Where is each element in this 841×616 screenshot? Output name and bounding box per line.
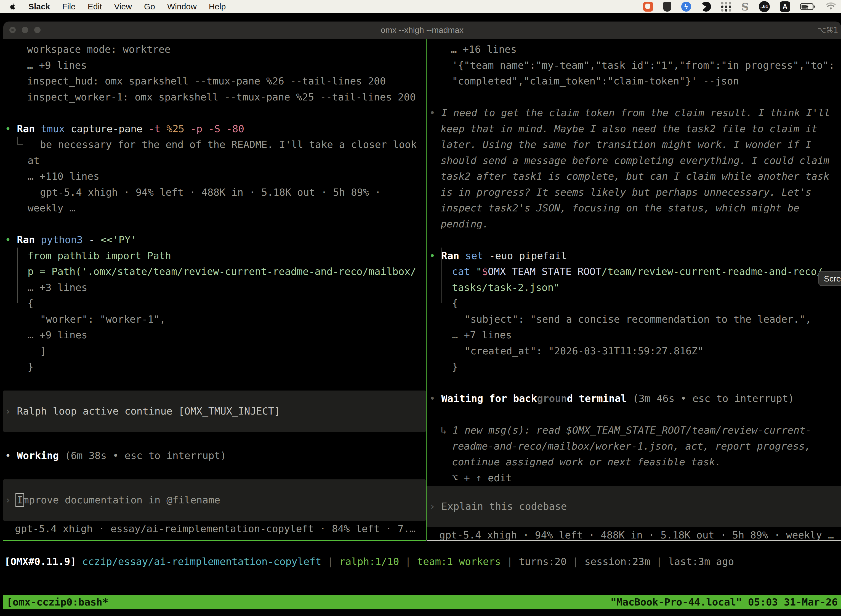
text-segment: $ [482, 266, 488, 277]
menu-item-slack[interactable]: Slack [28, 2, 50, 11]
text-segment: later. Using the same for transition mig… [441, 139, 812, 150]
output-connector-line [441, 248, 442, 303]
macos-desktop: { "menu_bar": { "app": "Slack", "items":… [0, 0, 841, 616]
text-segment: › [5, 494, 17, 506]
menu-item-window[interactable]: Window [167, 2, 197, 11]
menu-item-help[interactable]: Help [209, 2, 226, 11]
slack-notification-icon[interactable] [643, 1, 653, 12]
terminal-line: tasks/task-2.json" [426, 280, 841, 296]
menu-item-go[interactable]: Go [144, 2, 155, 11]
text-segment: • [5, 123, 17, 134]
text-segment: ] [40, 345, 46, 356]
text-segment: pending. [441, 218, 488, 230]
menu-item-view[interactable]: View [114, 2, 132, 11]
prompt-input-left-box[interactable]: › Improve documentation in @filename [3, 480, 426, 521]
terminal-line: ] [3, 343, 426, 359]
terminal-line: p = Path('.omx/state/team/review-current… [3, 264, 426, 280]
terminal-line: should send a message before completing … [426, 153, 841, 169]
text-segment [220, 123, 226, 134]
right-agent-pane[interactable]: … +16 lines'{"team_name":"my-team","task… [426, 39, 841, 540]
prompt-input-right-box[interactable]: › Explain this codebase [426, 486, 841, 527]
text-segment: capture-pane [65, 123, 148, 134]
prompt-input-right: › Explain this codebase [426, 499, 841, 515]
text-segment [35, 123, 41, 134]
text-segment [35, 234, 41, 245]
apple-menu-icon[interactable] [9, 3, 16, 11]
terminal-line: "created_at": "2026-03-31T11:59:27.816Z" [426, 343, 841, 359]
output-connector-line [17, 248, 18, 303]
text-segment: … +110 lines [28, 170, 99, 182]
terminal-line: "completed","claim_token":"claim-token"}… [426, 73, 841, 89]
text-segment: I need to get the claim token from the c… [441, 107, 830, 119]
terminal-line [426, 375, 841, 391]
terminal-line: continue assigned work or next feasible … [426, 454, 841, 470]
thinking-line: • I need to get the claim token from the… [426, 105, 841, 121]
grid-dots-icon[interactable] [721, 2, 731, 12]
text-segment: Ralph loop active continue [OMX_TMUX_INJ… [17, 405, 280, 417]
count-badge-icon[interactable]: ..61 [759, 1, 770, 12]
text-segment: -S [208, 123, 220, 134]
text-segment: workspace_mode: worktree [27, 44, 170, 55]
input-source-icon[interactable]: A [780, 1, 790, 12]
terminal-line: pending. [426, 216, 841, 232]
text-segment: | [321, 556, 339, 567]
menu-item-file[interactable]: File [62, 2, 75, 11]
text-segment: | [567, 556, 585, 567]
terminal-line: } [426, 359, 841, 375]
ralph-loop-banner: › Ralph loop active continue [OMX_TMUX_I… [3, 403, 426, 419]
text-segment: -t [148, 123, 160, 134]
messenger-icon[interactable]: ϟ [681, 1, 691, 12]
traffic-lights [9, 27, 41, 33]
text-segment: } [452, 361, 458, 372]
window-title-bar[interactable]: omx --xhigh --madmax ⌥⌘1 [3, 22, 841, 39]
text-segment: OMX_TEAM_STATE_ROOT [488, 266, 602, 277]
text-segment: task2 after task1 is complete, but can I… [441, 170, 829, 182]
pie-icon[interactable] [701, 1, 711, 12]
terminal-line: task2 after task1 is complete, but can I… [426, 168, 841, 184]
text-segment: - [83, 234, 101, 245]
ran-python-line: • Ran python3 - <<'PY' [3, 232, 426, 248]
text-segment: should send a message before completing … [441, 155, 829, 166]
terminal-window: omx --xhigh --madmax ⌥⌘1 workspace_mode:… [3, 22, 841, 616]
tmux-session-label[interactable]: [omx-cczip0:bash* [7, 595, 108, 609]
close-window-button[interactable] [9, 27, 16, 33]
text-segment: { [452, 298, 458, 309]
text-segment: (6m 38s • esc to interrupt) [59, 450, 226, 461]
wifi-icon[interactable] [826, 3, 836, 11]
omx-hud-status-line: [OMX#0.11.9] cczip/essay/ai-reimplementa… [3, 554, 841, 570]
terminal-line [3, 375, 426, 391]
text-segment: ↳ 1 new msg(s): read $OMX_TEAM_STATE_ROO… [441, 424, 812, 436]
text-segment [470, 266, 476, 277]
terminal-line: … +16 lines [426, 41, 841, 57]
text-segment [202, 123, 208, 134]
menu-item-edit[interactable]: Edit [88, 2, 102, 11]
minimize-window-button[interactable] [22, 27, 28, 33]
window-shortcut-label: ⌥⌘1 [818, 22, 838, 39]
s-curve-icon[interactable]: S [741, 0, 749, 13]
text-segment: inspect_hud: omx sparkshell --tmux-pane … [27, 75, 386, 87]
text-segment: keep that in mind. Maybe I also need the… [441, 123, 817, 134]
terminal-line [3, 105, 426, 121]
terminal-line: ⌥ + ↑ edit [426, 470, 841, 486]
text-segment [161, 123, 167, 134]
text-segment: last:3m ago [668, 556, 734, 567]
text-segment: … +7 lines [452, 329, 512, 340]
battery-icon[interactable] [800, 3, 816, 11]
text-segment: d terminal [567, 393, 627, 404]
prompt-input-left: › Improve documentation in @filename [3, 492, 426, 508]
text-segment: Explain this codebase [441, 501, 567, 512]
terminal-line [426, 89, 841, 105]
terminal-line: { [3, 295, 426, 311]
terminal-line: readme-and-reco/mailbox/worker-1.json, a… [426, 438, 841, 454]
zoom-window-button[interactable] [34, 27, 41, 33]
text-segment: • [5, 450, 17, 461]
text-segment: at [28, 155, 40, 166]
left-agent-pane[interactable]: workspace_mode: worktree… +9 linesinspec… [3, 39, 426, 540]
terminal-line [426, 406, 841, 422]
text-segment: <<'PY' [101, 234, 136, 245]
tmux-panes: workspace_mode: worktree… +9 linesinspec… [3, 39, 841, 540]
screen-capture-tooltip: Scre [818, 271, 841, 286]
menu-status-icons: ϟ S ..61 A [643, 0, 836, 13]
text-segment: [OMX#0.11.9] [4, 556, 82, 567]
shield-icon[interactable] [663, 1, 671, 12]
